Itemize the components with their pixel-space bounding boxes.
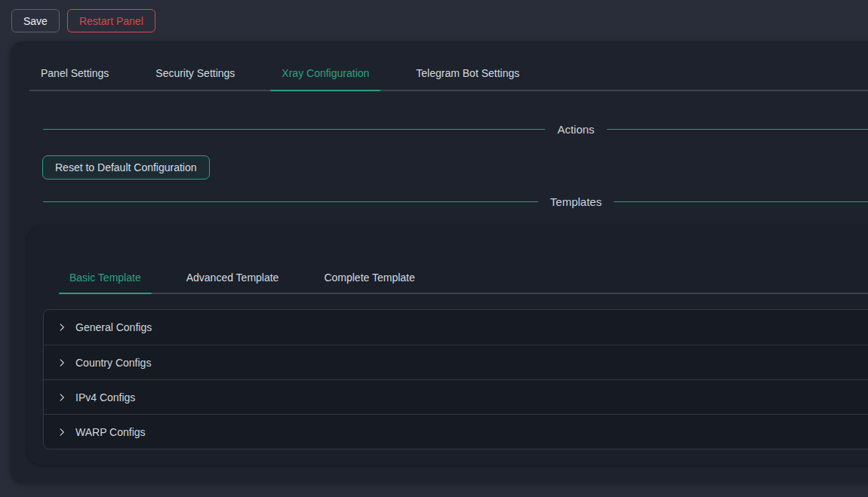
collapse-header-label: WARP Configs <box>75 426 146 438</box>
chevron-right-icon <box>57 393 66 402</box>
settings-tabs: Panel Settings Security Settings Xray Co… <box>29 67 868 91</box>
tab-advanced-template[interactable]: Advanced Template <box>176 272 290 293</box>
collapse-header-ipv4-configs[interactable]: IPv4 Configs <box>44 379 868 414</box>
top-action-bar: Save Restart Panel <box>11 9 155 32</box>
collapse-header-label: General Configs <box>75 321 152 333</box>
config-collapse-list: General Configs Country Configs IPv4 Con… <box>43 309 868 449</box>
tab-telegram-bot-settings[interactable]: Telegram Bot Settings <box>405 67 531 90</box>
chevron-right-icon <box>57 358 66 367</box>
collapse-header-warp-configs[interactable]: WARP Configs <box>44 414 868 449</box>
chevron-right-icon <box>57 323 66 332</box>
templates-divider-title: Templates <box>538 194 614 210</box>
reset-default-configuration-button[interactable]: Reset to Default Configuration <box>42 155 210 179</box>
actions-divider: Actions <box>43 121 868 137</box>
template-tabs: Basic Template Advanced Template Complet… <box>59 272 868 294</box>
templates-divider: Templates <box>43 194 868 210</box>
restart-panel-button[interactable]: Restart Panel <box>67 9 155 32</box>
tab-security-settings[interactable]: Security Settings <box>144 67 246 90</box>
actions-divider-title: Actions <box>545 121 606 137</box>
tab-xray-configuration[interactable]: Xray Configuration <box>270 67 380 90</box>
collapse-header-general-configs[interactable]: General Configs <box>44 310 868 345</box>
chevron-right-icon <box>57 428 66 437</box>
tab-panel-settings[interactable]: Panel Settings <box>29 67 120 90</box>
tab-basic-template[interactable]: Basic Template <box>59 272 152 293</box>
collapse-header-country-configs[interactable]: Country Configs <box>44 345 868 379</box>
collapse-header-label: Country Configs <box>75 357 151 369</box>
save-button[interactable]: Save <box>11 9 60 32</box>
templates-card: Basic Template Advanced Template Complet… <box>27 225 868 465</box>
settings-card: Panel Settings Security Settings Xray Co… <box>11 41 868 483</box>
collapse-header-label: IPv4 Configs <box>75 391 135 403</box>
tab-complete-template[interactable]: Complete Template <box>313 272 425 293</box>
